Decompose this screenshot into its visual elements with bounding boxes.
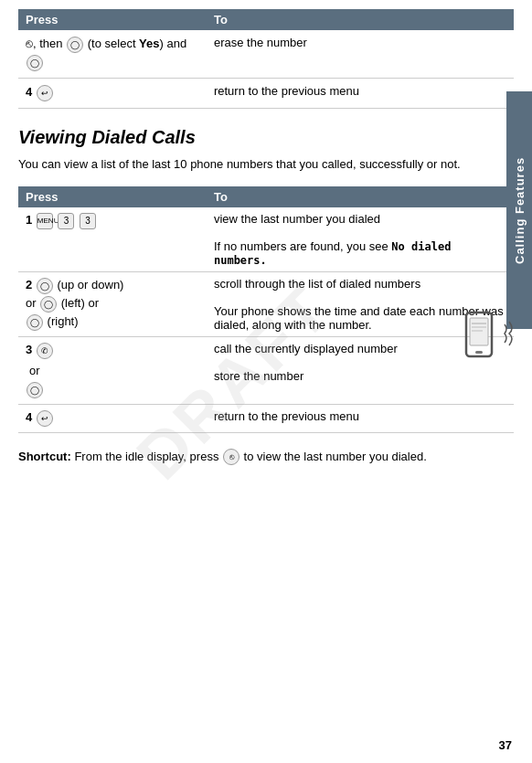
table-row: 4 ↩ return to the previous menu <box>18 79 514 109</box>
row3-to-store: store the number <box>214 369 303 383</box>
phone-icon-box <box>459 311 505 366</box>
key3b-icon: 3 <box>80 213 96 229</box>
table-row: ⎋, then ◯ (to select Yes) and ◯ erase th… <box>18 30 514 79</box>
top-row2-to: return to the previous menu <box>207 79 514 109</box>
table-row: 2 ◯ (up or down) or ◯ (left) or ◯ (right… <box>18 271 514 336</box>
row-num: 1 <box>26 213 32 227</box>
page-number: 37 <box>499 738 512 752</box>
row1-to-line1: view the last number you dialed <box>214 212 380 226</box>
table-row: 1 MENU 3 3 view the last number you dial… <box>18 207 514 272</box>
nav-left-icon: ◯ <box>40 296 57 313</box>
key-symbol: ⎋ <box>26 37 33 50</box>
shortcut-key-icon: ⎋ <box>223 449 239 465</box>
back-key-icon: ↩ <box>37 410 53 427</box>
table-row: 3 ✆ or ◯ call the currently displayed nu… <box>18 336 514 404</box>
menu-key-icon: MENU <box>37 213 53 229</box>
main-table: Press To 1 MENU 3 3 view the last number… <box>18 186 514 433</box>
no-dialed-text: No dialed numbers. <box>214 240 451 267</box>
row2-press: 2 ◯ (up or down) or ◯ (left) or ◯ (right… <box>18 271 207 336</box>
row1-to-line2: If no numbers are found, you see No dial… <box>214 239 451 267</box>
top-row1-press: ⎋, then ◯ (to select Yes) and ◯ <box>18 30 207 79</box>
call-key-icon: ✆ <box>37 343 53 359</box>
shortcut-label: Shortcut: <box>18 450 71 463</box>
top-table: Press To ⎋, then ◯ (to select Yes) and ◯… <box>18 9 514 109</box>
key-back2-icon: ↩ <box>37 85 53 101</box>
row-num: 4 <box>26 85 32 99</box>
side-label: Calling Features <box>506 91 532 329</box>
svg-rect-1 <box>470 318 488 345</box>
key-nav-icon: ◯ <box>67 37 83 53</box>
main-table-to-header: To <box>207 186 514 207</box>
section-description: You can view a list of the last 10 phone… <box>18 155 514 174</box>
shortcut-text: Shortcut: From the idle display, press ⎋… <box>18 448 514 467</box>
row1-to: view the last number you dialed If no nu… <box>207 207 514 272</box>
top-table-to-header: To <box>207 9 514 30</box>
table-row: 4 ↩ return to the previous menu <box>18 404 514 432</box>
signal-lines-icon <box>503 320 516 347</box>
nav-updown-icon: ◯ <box>37 278 53 294</box>
top-row1-to: erase the number <box>207 30 514 79</box>
row4-to: return to the previous menu <box>207 404 514 432</box>
row1-press: 1 MENU 3 3 <box>18 207 207 272</box>
top-row2-press: 4 ↩ <box>18 79 207 109</box>
main-table-press-header: Press <box>18 186 207 207</box>
top-table-press-header: Press <box>18 9 207 30</box>
or-text: or <box>26 364 199 377</box>
row4-press: 4 ↩ <box>18 404 207 432</box>
row-num: 4 <box>26 410 32 424</box>
row2-to-line1: scroll through the list of dialed number… <box>214 277 420 291</box>
key3a-icon: 3 <box>58 213 74 229</box>
phone-icon <box>459 311 503 362</box>
nav-right-icon: ◯ <box>27 314 43 331</box>
row-num: 3 <box>26 343 32 356</box>
row3-press: 3 ✆ or ◯ <box>18 336 207 404</box>
row-num: 2 <box>26 278 32 291</box>
row3-to-call: call the currently displayed number <box>214 342 398 355</box>
section-heading: Viewing Dialed Calls <box>18 127 514 148</box>
page-container: DRAFT Calling Features Press To <box>0 0 532 763</box>
key-back-icon: ◯ <box>27 55 43 71</box>
store-key-icon: ◯ <box>27 382 43 398</box>
svg-rect-2 <box>475 351 483 354</box>
